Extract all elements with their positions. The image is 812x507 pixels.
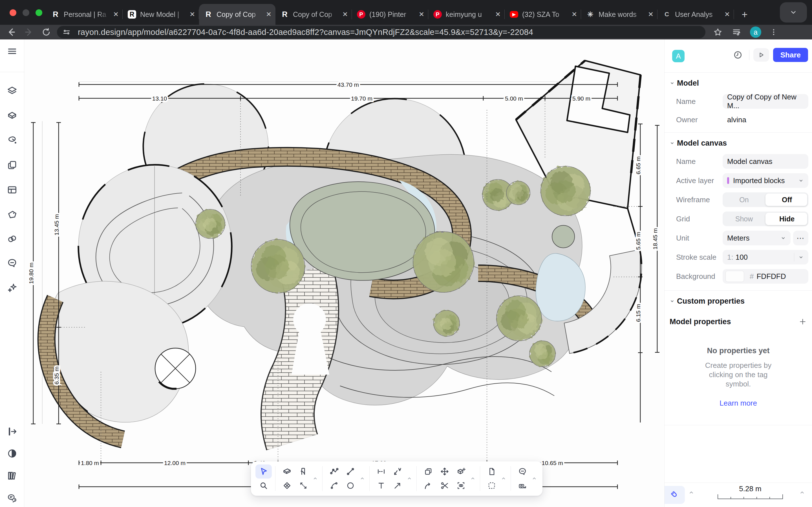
unit-select[interactable]: Meters bbox=[723, 231, 791, 245]
arrow-tool-button[interactable] bbox=[389, 478, 406, 493]
door-tool-button[interactable] bbox=[295, 464, 312, 478]
active-layer-select[interactable]: Imported blocks bbox=[723, 173, 808, 188]
select-tool-button[interactable] bbox=[255, 464, 272, 478]
measure-tool-button[interactable] bbox=[295, 478, 312, 493]
fillet-tool-button[interactable] bbox=[420, 478, 437, 493]
browser-profile-avatar[interactable]: a bbox=[750, 26, 761, 38]
trim-tool-button[interactable] bbox=[437, 478, 453, 493]
hatch-tool-button[interactable] bbox=[279, 478, 295, 493]
sidebar-pages-button[interactable] bbox=[6, 159, 18, 171]
reload-button[interactable] bbox=[40, 26, 52, 38]
zoom-tool-button[interactable] bbox=[255, 478, 272, 493]
chevron-up-icon[interactable] bbox=[470, 476, 476, 482]
sheet-tool-button[interactable] bbox=[484, 464, 500, 478]
sidebar-blocks-button[interactable] bbox=[6, 110, 18, 121]
browser-tab[interactable]: R Copy of Cop ✕ bbox=[275, 4, 352, 25]
zoom-window-button[interactable] bbox=[36, 9, 42, 16]
browser-tab[interactable]: R New Model | ✕ bbox=[123, 4, 199, 25]
browser-tab[interactable]: C User Analys ✕ bbox=[658, 4, 734, 25]
present-button[interactable] bbox=[753, 48, 769, 62]
model-section-header[interactable]: Model bbox=[665, 74, 812, 92]
chevron-up-icon[interactable] bbox=[312, 476, 318, 482]
sidebar-library-button[interactable] bbox=[6, 470, 18, 482]
background-color-input[interactable]: # FDFDFD bbox=[723, 269, 808, 284]
copy-tool-button[interactable] bbox=[420, 464, 437, 478]
unit-more-button[interactable]: ⋯ bbox=[793, 231, 808, 245]
sidebar-feedback-button[interactable] bbox=[6, 493, 18, 504]
move-tool-button[interactable] bbox=[437, 464, 453, 478]
scale-options-chevron[interactable] bbox=[799, 490, 805, 496]
chevron-up-icon[interactable] bbox=[359, 476, 365, 482]
tab-close-icon[interactable]: ✕ bbox=[342, 10, 348, 18]
site-info-icon[interactable] bbox=[59, 27, 74, 37]
new-tab-button[interactable]: + bbox=[737, 7, 753, 22]
sidebar-theme-button[interactable] bbox=[6, 448, 18, 459]
url-bar[interactable]: rayon.design/app/model/a6227704-0a7c-4f8… bbox=[57, 26, 705, 38]
forward-button[interactable] bbox=[22, 26, 35, 38]
wall-tool-button[interactable] bbox=[279, 464, 295, 478]
browser-tab[interactable]: R Copy of Cop ✕ bbox=[199, 4, 275, 25]
tab-close-icon[interactable]: ✕ bbox=[724, 10, 730, 18]
sidebar-links-button[interactable] bbox=[6, 233, 18, 244]
chevron-up-icon[interactable] bbox=[501, 476, 506, 482]
canvas-name-input[interactable]: Model canvas bbox=[723, 154, 808, 169]
canvas-section-header[interactable]: Model canvas bbox=[665, 134, 812, 152]
tab-close-icon[interactable]: ✕ bbox=[495, 10, 501, 18]
polyline-tool-button[interactable] bbox=[326, 464, 342, 478]
model-canvas[interactable]: 43.70 m 13.10 19.70 m 5.00 m 5.90 m 19.8… bbox=[24, 40, 664, 507]
browser-tab[interactable]: ✳ Make words ✕ bbox=[581, 4, 658, 25]
browser-tab[interactable]: P (190) Pinter ✕ bbox=[352, 4, 428, 25]
chevron-up-icon[interactable] bbox=[531, 476, 537, 482]
browser-menu-button[interactable] bbox=[767, 26, 780, 38]
media-controls-button[interactable] bbox=[730, 26, 743, 38]
add-property-button[interactable] bbox=[799, 318, 806, 325]
color-swatch[interactable] bbox=[725, 271, 744, 282]
line-tool-button[interactable] bbox=[342, 464, 359, 478]
sidebar-layers-button[interactable] bbox=[6, 85, 18, 96]
workspace-avatar[interactable]: A bbox=[672, 50, 684, 62]
comment-tool-button[interactable] bbox=[514, 464, 530, 478]
sidebar-tables-button[interactable] bbox=[6, 184, 18, 195]
wireframe-on-option[interactable]: On bbox=[723, 192, 765, 207]
sidebar-tags-button[interactable] bbox=[6, 209, 18, 220]
tab-close-icon[interactable]: ✕ bbox=[419, 10, 424, 18]
grid-toggle[interactable]: Show Hide bbox=[723, 212, 808, 226]
sidebar-materials-button[interactable] bbox=[6, 135, 18, 146]
close-window-button[interactable] bbox=[10, 9, 16, 16]
insert-block-tool-button[interactable] bbox=[453, 464, 469, 478]
history-button[interactable] bbox=[730, 48, 745, 62]
sidebar-ai-button[interactable] bbox=[6, 282, 18, 293]
tab-overflow-button[interactable] bbox=[780, 2, 807, 22]
sidebar-export-button[interactable] bbox=[6, 426, 18, 437]
circle-tool-button[interactable] bbox=[342, 478, 359, 493]
sidebar-comments-button[interactable] bbox=[6, 258, 18, 269]
custom-properties-header[interactable]: Custom properties bbox=[665, 292, 812, 310]
browser-tab[interactable]: R Personal | Ra ✕ bbox=[46, 4, 123, 25]
grid-show-option[interactable]: Show bbox=[723, 212, 765, 226]
tab-close-icon[interactable]: ✕ bbox=[190, 10, 195, 18]
tab-close-icon[interactable]: ✕ bbox=[113, 10, 119, 18]
snap-options-chevron[interactable] bbox=[688, 490, 695, 496]
model-name-input[interactable]: Copy of Copy of New M... bbox=[723, 94, 808, 109]
browser-tab[interactable]: P keimyung u ✕ bbox=[428, 4, 505, 25]
text-tool-button[interactable] bbox=[373, 478, 389, 493]
group-select-tool-button[interactable] bbox=[453, 478, 469, 493]
wireframe-toggle[interactable]: On Off bbox=[723, 192, 808, 207]
grid-hide-option[interactable]: Hide bbox=[765, 212, 808, 226]
snap-toggle-button[interactable] bbox=[665, 486, 685, 504]
stroke-scale-select[interactable]: 1: 100 bbox=[723, 250, 808, 265]
tab-close-icon[interactable]: ✕ bbox=[266, 10, 271, 18]
viewport-tool-button[interactable] bbox=[484, 478, 500, 493]
tab-close-icon[interactable]: ✕ bbox=[571, 10, 577, 18]
share-button[interactable]: Share bbox=[773, 48, 808, 62]
tape-measure-tool-button[interactable] bbox=[514, 478, 530, 493]
wireframe-off-option[interactable]: Off bbox=[765, 192, 808, 207]
leader-tool-button[interactable] bbox=[389, 464, 406, 478]
minimize-window-button[interactable] bbox=[22, 9, 29, 16]
arc-tool-button[interactable] bbox=[326, 478, 342, 493]
chevron-up-icon[interactable] bbox=[407, 476, 412, 482]
main-menu-button[interactable] bbox=[6, 46, 18, 57]
back-button[interactable] bbox=[5, 26, 17, 38]
browser-tab[interactable]: ▶ (32) SZA To ✕ bbox=[505, 4, 581, 25]
dimension-tool-button[interactable] bbox=[373, 464, 389, 478]
